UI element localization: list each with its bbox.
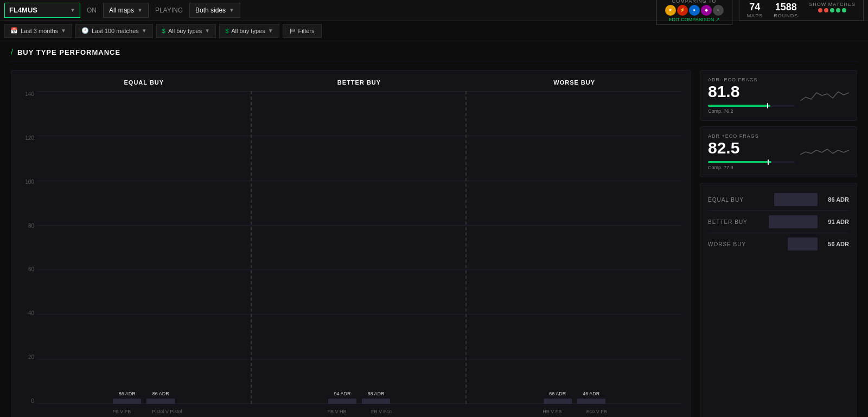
calendar-icon: 📅 xyxy=(10,27,18,34)
chevron-down-icon: ▼ xyxy=(142,28,147,34)
worse-buy-section: 66 ADR 46 ADR xyxy=(467,91,682,404)
y-tick-40: 40 xyxy=(20,310,36,316)
sides-label: Both sides xyxy=(195,7,226,14)
date-filter-label: Last 3 months xyxy=(21,28,58,34)
bar-worse-1 xyxy=(544,399,572,404)
chevron-down-icon: ▼ xyxy=(268,28,273,34)
dot-red xyxy=(818,8,822,12)
compare-avatars: ★ ⚡ ● ◆ + xyxy=(665,5,724,16)
on-label: ON xyxy=(85,7,99,14)
slash-icon: / xyxy=(11,48,13,56)
bar-fb-v-fb: 86 ADR xyxy=(113,391,141,404)
x-labels: FB V FB Pistol V Pistol FB V HB FB V Eco… xyxy=(36,404,682,417)
adr-eco-value: 81.8 xyxy=(708,82,795,100)
chevron-down-icon: ▼ xyxy=(70,7,75,13)
adr-eco-marker xyxy=(767,103,768,108)
maps-count: 74 xyxy=(747,2,763,13)
y-tick-60: 60 xyxy=(20,266,36,272)
summary-worse-value: 56 ADR xyxy=(822,241,849,247)
chevron-down-icon: ▼ xyxy=(205,28,210,34)
buy-type1-label: All buy types xyxy=(168,28,202,34)
avatar: ● xyxy=(689,5,700,16)
adr-eco-frags-left: ADR -ECO FRAGS 81.8 Comp. 76.2 xyxy=(708,77,795,114)
adr-plus-eco-card: ADR +ECO FRAGS 82.5 Comp. 77.9 xyxy=(700,126,857,177)
show-matches-label: SHOW MATCHES xyxy=(809,2,856,7)
bar-worse-2 xyxy=(577,399,605,404)
map-select[interactable]: All maps ▼ xyxy=(103,3,149,18)
bar-fb-v-eco: 88 ADR xyxy=(362,391,390,404)
bar-label-66adr: 66 ADR xyxy=(549,391,566,396)
avatar: + xyxy=(713,5,724,16)
matches-filter[interactable]: 🕐 Last 100 matches ▼ xyxy=(75,24,153,38)
y-tick-80: 80 xyxy=(20,223,36,229)
chevron-down-icon: ▼ xyxy=(229,7,234,13)
match-dots xyxy=(818,8,846,12)
show-matches-button[interactable]: SHOW MATCHES xyxy=(809,2,856,18)
adr-plus-eco-mini-chart xyxy=(800,138,849,165)
adr-plus-eco-left: ADR +ECO FRAGS 82.5 Comp. 77.9 xyxy=(708,133,795,170)
adr-eco-sublabel: ADR -ECO FRAGS xyxy=(708,77,795,82)
dollar-icon: $ xyxy=(225,28,228,34)
main-content: EQUAL BUY BETTER BUY WORSE BUY 0 20 40 6… xyxy=(0,61,868,417)
bar-equal-1 xyxy=(113,399,141,404)
adr-plus-eco-fill xyxy=(708,161,771,163)
chart-body: 0 20 40 60 80 100 120 140 xyxy=(20,91,682,417)
summary-card: EQUAL BUY 86 ADR BETTER BUY 91 ADR WORSE… xyxy=(700,183,857,417)
maps-stat: 74 MAPS xyxy=(747,2,763,18)
maps-label: MAPS xyxy=(747,13,763,18)
x-label-hb-fb: HB V FB xyxy=(538,409,566,414)
summary-better-value: 91 ADR xyxy=(822,219,849,225)
summary-better-bar xyxy=(769,215,818,228)
buy-type1-filter[interactable]: $ All buy types ▼ xyxy=(156,24,216,38)
summary-row-worse: WORSE BUY 56 ADR xyxy=(708,233,849,255)
adr-eco-mini-chart xyxy=(800,82,849,109)
summary-row-better: BETTER BUY 91 ADR xyxy=(708,211,849,233)
bar-better-2 xyxy=(362,399,390,404)
adr-plus-eco-bar xyxy=(708,161,795,163)
player-select[interactable]: FL4MUS ▼ xyxy=(4,3,80,18)
adr-plus-eco-value: 82.5 xyxy=(708,139,795,157)
bar-label-86adr-1: 86 ADR xyxy=(119,391,136,396)
date-filter[interactable]: 📅 Last 3 months ▼ xyxy=(4,24,72,38)
summary-worse-bar xyxy=(788,238,818,251)
right-panel: ADR -ECO FRAGS 81.8 Comp. 76.2 ADR +ECO … xyxy=(700,70,857,417)
bar-pistol-v-pistol: 86 ADR xyxy=(146,391,175,404)
bar-label-94adr: 94 ADR xyxy=(334,391,350,396)
summary-worse-label: WORSE BUY xyxy=(708,241,783,247)
section-header: / Buy Type Performance xyxy=(0,41,868,56)
summary-equal-bar xyxy=(774,193,818,206)
buy-type2-label: All buy types xyxy=(231,28,265,34)
bar-better-1 xyxy=(328,399,356,404)
y-tick-140: 140 xyxy=(20,91,36,97)
adr-eco-comp: Comp. 76.2 xyxy=(708,108,795,114)
y-tick-20: 20 xyxy=(20,354,36,360)
bar-eco-v-fb: 46 ADR xyxy=(577,391,605,404)
compare-section: COMPARING TO ★ ⚡ ● ◆ + EDIT COMPARISON ↗… xyxy=(656,0,864,25)
y-tick-100: 100 xyxy=(20,179,36,185)
map-label: All maps xyxy=(109,7,134,14)
top-nav: FL4MUS ▼ ON All maps ▼ PLAYING Both side… xyxy=(0,0,868,21)
edit-comparison-link[interactable]: EDIT COMPARISON ↗ xyxy=(669,17,720,22)
dot-green xyxy=(830,8,834,12)
compare-label: COMPARING TO xyxy=(672,0,717,4)
bars-row: 86 ADR 86 ADR xyxy=(36,91,682,404)
dot-green xyxy=(842,8,846,12)
filters-button[interactable]: ⛿ Filters xyxy=(283,24,322,38)
adr-plus-eco-sublabel: ADR +ECO FRAGS xyxy=(708,133,795,139)
bar-label-46adr: 46 ADR xyxy=(583,391,599,396)
avatar: ◆ xyxy=(701,5,712,16)
dollar-icon: $ xyxy=(162,28,165,34)
adr-plus-eco-comp: Comp. 77.9 xyxy=(708,165,795,170)
cat-worse-buy: WORSE BUY xyxy=(467,79,682,86)
better-buy-section: 94 ADR 88 ADR xyxy=(252,91,467,404)
bar-fb-v-hb: 94 ADR xyxy=(328,391,356,404)
chart-area: EQUAL BUY BETTER BUY WORSE BUY 0 20 40 6… xyxy=(11,70,691,417)
sides-select[interactable]: Both sides ▼ xyxy=(189,3,240,18)
rounds-stat: 1588 ROUNDS xyxy=(774,2,798,18)
filter-icon: ⛿ xyxy=(290,28,296,34)
buy-type2-filter[interactable]: $ All buy types ▼ xyxy=(219,24,279,38)
compare-box: COMPARING TO ★ ⚡ ● ◆ + EDIT COMPARISON ↗ xyxy=(656,0,732,25)
cat-better-buy: BETTER BUY xyxy=(252,79,467,86)
dot-green xyxy=(836,8,840,12)
chevron-down-icon: ▼ xyxy=(137,7,143,13)
